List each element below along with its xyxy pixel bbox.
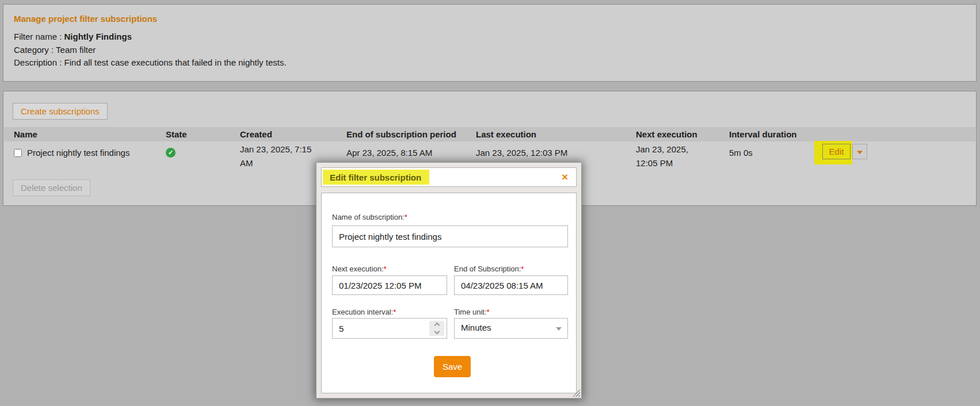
last-execution-value: Jan 23, 2025, 12:03 PM xyxy=(476,146,597,160)
name-of-subscription-input[interactable] xyxy=(332,225,568,247)
end-of-period-value: Apr 23, 2025, 8:15 AM xyxy=(346,146,467,160)
chevron-down-icon xyxy=(857,151,863,154)
col-created: Created xyxy=(240,129,272,139)
select-chevron-down-icon xyxy=(556,327,562,331)
time-unit-label: Time unit:* xyxy=(454,308,490,316)
subscription-name: Project nightly test findings xyxy=(27,146,129,160)
label-text: End of Subscription: xyxy=(454,265,521,273)
spinner-down-icon[interactable] xyxy=(434,329,440,335)
table-header: Name State Created End of subscription p… xyxy=(4,127,975,141)
dialog-title-highlight: Edit filter subscription xyxy=(323,170,429,185)
col-interval: Interval duration xyxy=(729,129,797,139)
filter-name-label: Filter name : xyxy=(14,32,62,41)
execution-interval-field xyxy=(332,318,447,339)
required-asterisk: * xyxy=(384,265,387,273)
page-title: Manage project filter subscriptions xyxy=(14,14,157,24)
delete-selection-button[interactable]: Delete selection xyxy=(13,179,90,196)
end-of-subscription-input[interactable] xyxy=(454,275,568,295)
time-unit-select[interactable]: Minutes xyxy=(454,318,568,339)
close-icon[interactable]: × xyxy=(562,170,568,185)
interval-duration-value: 5m 0s xyxy=(729,146,753,160)
label-text: Name of subscription: xyxy=(332,213,405,221)
col-last-execution: Last execution xyxy=(476,129,536,139)
state-check-icon: ✓ xyxy=(166,148,176,158)
category-value: Team filter xyxy=(56,45,96,55)
category-label: Category : xyxy=(14,45,54,55)
col-state: State xyxy=(166,129,187,139)
create-subscriptions-button[interactable]: Create subscriptions xyxy=(13,103,108,120)
end-of-subscription-label: End of Subscription:* xyxy=(454,265,524,273)
next-execution-value: Jan 23, 2025, 12:05 PM xyxy=(636,143,699,170)
edit-button[interactable]: Edit xyxy=(822,144,851,159)
filter-name-value: Nightly Findings xyxy=(64,32,132,41)
row-checkbox[interactable] xyxy=(14,149,22,157)
description-line: Description : Find all test case executi… xyxy=(14,58,287,67)
dialog-body: Name of subscription:* Next execution:* … xyxy=(321,193,577,393)
next-execution-label: Next execution:* xyxy=(332,265,387,273)
category-line: Category : Team filter xyxy=(14,45,96,55)
save-button[interactable]: Save xyxy=(434,356,471,377)
execution-interval-label: Execution interval:* xyxy=(332,308,396,316)
next-execution-input[interactable] xyxy=(332,275,447,295)
label-text: Time unit: xyxy=(454,308,487,316)
filter-name-line: Filter name : Nightly Findings xyxy=(14,32,132,41)
edit-filter-subscription-dialog: Edit filter subscription × Name of subsc… xyxy=(316,162,582,399)
name-of-subscription-label: Name of subscription:* xyxy=(332,213,407,221)
required-asterisk: * xyxy=(405,213,407,221)
filter-info-panel: Manage project filter subscriptions Filt… xyxy=(3,4,977,82)
created-value: Jan 23, 2025, 7:15 AM xyxy=(240,143,323,170)
col-name: Name xyxy=(14,129,37,139)
edit-dropdown-button[interactable] xyxy=(852,144,867,159)
col-next-execution: Next execution xyxy=(636,129,697,139)
required-asterisk: * xyxy=(393,308,396,316)
label-text: Execution interval: xyxy=(332,308,393,316)
description-label: Description : xyxy=(14,58,62,67)
required-asterisk: * xyxy=(521,265,524,273)
dialog-titlebar[interactable]: Edit filter subscription × xyxy=(321,167,577,187)
spinner-up-icon[interactable] xyxy=(434,323,440,328)
time-unit-selected-value: Minutes xyxy=(461,323,491,332)
col-end-of-period: End of subscription period xyxy=(346,129,456,139)
description-value: Find all test case executions that faile… xyxy=(64,58,287,67)
required-asterisk: * xyxy=(487,308,490,316)
label-text: Next execution: xyxy=(332,265,384,273)
execution-interval-input[interactable] xyxy=(333,319,425,338)
dialog-title: Edit filter subscription xyxy=(330,173,421,182)
page: { "info_panel": { "title": "Manage proje… xyxy=(0,0,980,406)
number-spinner[interactable] xyxy=(429,321,444,336)
